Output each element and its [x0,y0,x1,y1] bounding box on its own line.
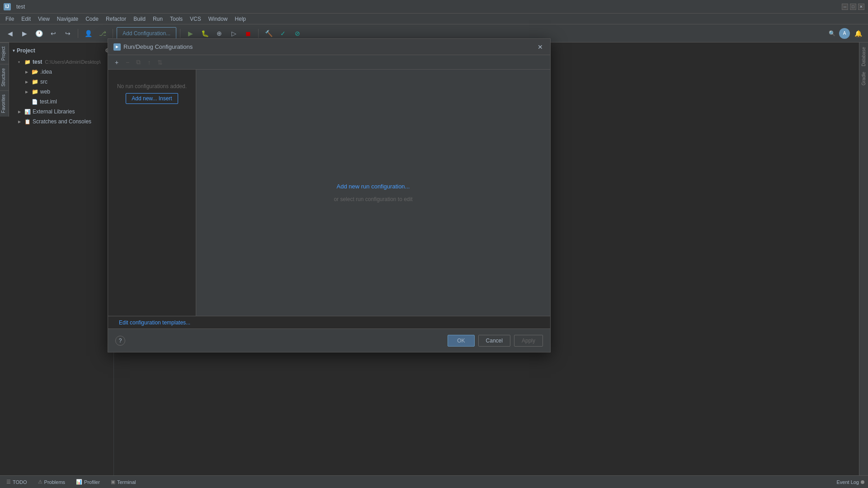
edit-config-templates-link[interactable]: Edit configuration templates... [112,318,198,328]
menu-run[interactable]: Run [149,15,166,23]
dialog-title-text: Run/Debug Configurations [123,43,536,50]
menu-tools[interactable]: Tools [166,15,186,23]
run-with-profiler-button[interactable]: ▷ [227,27,240,40]
bottom-right: Event Log [836,479,864,485]
lib-icon: 📊 [24,109,31,115]
menu-navigate[interactable]: Navigate [53,15,82,23]
title-bar: IJ test ─ □ ✕ [0,0,868,14]
project-header[interactable]: ▾ Project ⚙ [9,44,113,57]
debug-button[interactable]: 🐛 [198,27,211,40]
app-title: test [16,4,25,10]
menu-view[interactable]: View [34,15,53,23]
event-log-label[interactable]: Event Log [836,479,859,485]
tree-arrow-test: ▾ [18,60,23,64]
project-header-arrow: ▾ [13,48,15,53]
todo-tab[interactable]: ☰ TODO [4,478,30,486]
bottom-bar: ☰ TODO ⚠ Problems 📊 Profiler ▣ Terminal … [0,475,868,488]
folder-icon-web: 📁 [32,89,38,95]
vcs-icon-button[interactable]: ⎇ [96,27,109,40]
terminal-label: Terminal [117,479,136,485]
notifications-button[interactable]: 🔔 [852,27,864,40]
tree-label-test: test [33,59,42,65]
cancel-operation-button[interactable]: ⊘ [291,27,304,40]
profiler-tab[interactable]: 📊 Profiler [73,478,103,486]
config-sort-button: ⇅ [155,57,165,67]
undo-button[interactable]: ↩ [47,27,60,40]
title-bar-left: IJ test [4,3,25,10]
todo-label: TODO [13,479,27,485]
left-vertical-tabs: Project Structure Favorites [0,42,9,117]
toolbar-separator-4 [258,29,259,38]
tree-item-idea[interactable]: ▶ 📂 .idea [9,67,113,77]
menu-file[interactable]: File [2,15,18,23]
close-app-button[interactable]: ✕ [858,4,864,10]
tree-label-src: src [40,79,47,85]
menu-window[interactable]: Window [205,15,231,23]
folder-icon-idea: 📂 [32,69,38,75]
search-everywhere-button[interactable]: 🔍 [826,28,837,39]
database-tab[interactable]: Database [860,44,867,69]
tree-label-scratches: Scratches and Consoles [33,118,91,125]
title-bar-controls: ─ □ ✕ [842,4,864,10]
tree-item-test[interactable]: ▾ 📁 test C:\Users\Admin\Desktop\ [9,57,113,67]
add-new-button[interactable]: Add new... Insert [126,93,178,104]
tree-item-scratches[interactable]: ▶ 📋 Scratches and Consoles [9,117,113,127]
menu-vcs[interactable]: VCS [186,15,205,23]
favorites-tab[interactable]: Favorites [0,90,9,117]
dialog-close-button[interactable]: ✕ [536,42,545,52]
dialog-title-bar: ▶ Run/Debug Configurations ✕ [108,39,550,55]
folder-icon-src: 📁 [32,79,38,85]
config-add-button[interactable]: + [112,57,122,67]
coverage-button[interactable]: ⊕ [213,27,226,40]
dialog-left-panel: No run configurations added. Add new... … [108,70,196,316]
structure-tab[interactable]: Structure [0,64,9,90]
terminal-tab[interactable]: ▣ Terminal [108,478,139,486]
problems-label: Problems [44,479,65,485]
help-button[interactable]: ? [115,336,125,346]
minimize-button[interactable]: ─ [842,4,848,10]
add-new-run-config-link[interactable]: Add new run configuration... [337,183,410,190]
menu-build[interactable]: Build [130,15,149,23]
menu-help[interactable]: Help [231,15,250,23]
tree-item-web[interactable]: ▶ 📁 web [9,87,113,97]
config-remove-button: − [123,57,132,67]
tree-label-idea: .idea [40,69,52,75]
run-debug-configurations-dialog: ▶ Run/Debug Configurations ✕ + − ⧉ ↑ ⇅ N… [108,38,551,352]
build-button[interactable]: 🔨 [262,27,275,40]
project-tab[interactable]: Project [0,42,9,64]
tree-item-iml[interactable]: 📄 test.iml [9,97,113,107]
menu-code[interactable]: Code [82,15,102,23]
config-toolbar: + − ⧉ ↑ ⇅ [108,55,550,70]
footer-buttons: OK Cancel Apply [448,335,543,347]
config-copy-button: ⧉ [133,57,143,67]
vcs-user-button[interactable]: 👤 [82,27,94,40]
add-configuration-button[interactable]: Add Configuration... [117,27,176,40]
ok-button[interactable]: OK [448,335,474,347]
run-button[interactable]: ▶ [184,27,197,40]
user-avatar: A [839,28,850,39]
redo-button[interactable]: ↪ [61,27,74,40]
tree-arrow-extlibs: ▶ [18,110,23,114]
app-icon: IJ [4,3,11,10]
cancel-button[interactable]: Cancel [478,335,510,347]
nav-forward-button[interactable]: ▶ [18,27,31,40]
status-indicator [861,480,864,484]
tree-arrow-src: ▶ [25,80,30,84]
no-config-text: No run configurations added. [117,83,187,89]
tree-item-ext-libs[interactable]: ▶ 📊 External Libraries [9,107,113,117]
gradle-tab[interactable]: Gradle [860,69,867,88]
check-button[interactable]: ✓ [277,27,289,40]
toolbar-right: 🔍 A 🔔 [826,27,864,40]
module-icon: 📁 [24,59,31,65]
nav-back-button[interactable]: ◀ [4,27,16,40]
problems-tab[interactable]: ⚠ Problems [35,478,68,486]
tree-item-src[interactable]: ▶ 📁 src [9,77,113,87]
stop-button[interactable]: ◼ [242,27,255,40]
recent-files-button[interactable]: 🕐 [33,27,45,40]
terminal-icon: ▣ [111,479,115,485]
profiler-label: Profiler [84,479,100,485]
menu-edit[interactable]: Edit [18,15,34,23]
tree-label-iml: test.iml [40,99,57,105]
menu-refactor[interactable]: Refactor [102,15,130,23]
maximize-button[interactable]: □ [850,4,856,10]
